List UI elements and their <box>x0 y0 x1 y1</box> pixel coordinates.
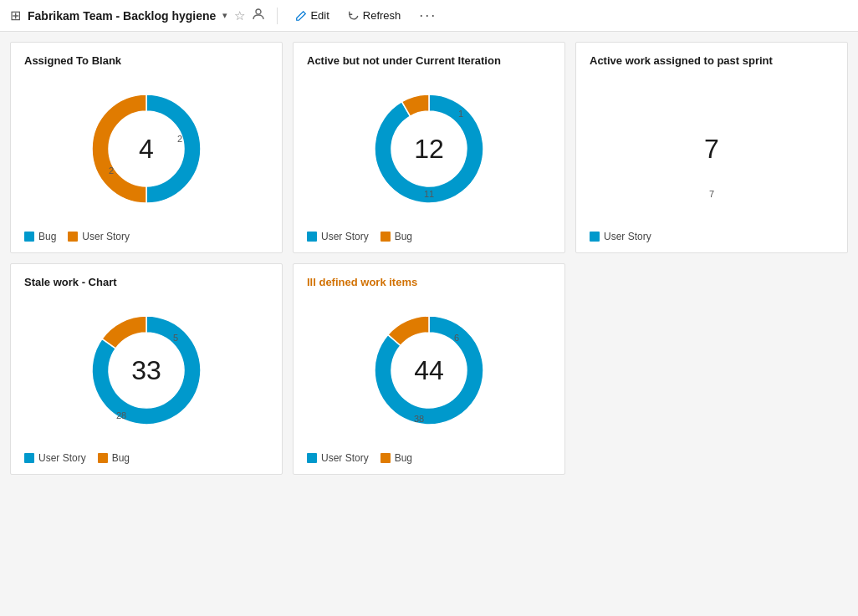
chart-area: 28533 <box>24 295 268 445</box>
chart-legend: User StoryBug <box>307 231 551 242</box>
legend-color <box>98 453 108 463</box>
legend-item: Bug <box>380 231 412 242</box>
refresh-icon <box>348 10 360 22</box>
chart-title: Active but not under Current Iteration <box>307 54 551 67</box>
chart-legend: User StoryBug <box>307 452 551 464</box>
edit-button[interactable]: Edit <box>289 7 335 24</box>
chart-area: 224 <box>24 74 268 224</box>
donut-chart: 38644 <box>362 303 496 437</box>
legend-item: User Story <box>24 452 86 464</box>
page-title: Fabrikam Team - Backlog hygiene <box>28 9 216 23</box>
topbar: ⊞ Fabrikam Team - Backlog hygiene ▾ ☆ Ed… <box>0 0 858 32</box>
grid-icon: ⊞ <box>10 8 21 23</box>
chart-legend: User StoryBug <box>24 452 268 464</box>
svg-text:11: 11 <box>424 189 434 199</box>
legend-label: User Story <box>321 452 369 464</box>
legend-color <box>307 453 317 463</box>
chart-legend: User Story <box>590 231 834 242</box>
chart-area: 77 <box>590 74 834 224</box>
legend-color <box>380 453 391 463</box>
legend-item: Bug <box>24 231 56 242</box>
chart-title: Active work assigned to past sprint <box>590 54 834 67</box>
legend-label: User Story <box>38 452 86 464</box>
chart-card-stale-work-chart: Stale work - Chart28533User StoryBug <box>10 263 283 475</box>
legend-color <box>24 232 34 242</box>
svg-text:7: 7 <box>709 189 714 199</box>
legend-color <box>590 232 600 242</box>
svg-text:2: 2 <box>177 134 182 144</box>
svg-text:38: 38 <box>414 414 424 424</box>
svg-text:1: 1 <box>458 109 463 119</box>
legend-item: Bug <box>380 452 412 464</box>
chart-area: 11112 <box>307 74 551 224</box>
donut-chart: 11112 <box>362 82 496 216</box>
svg-text:28: 28 <box>116 410 126 420</box>
chart-title: Assigned To Blank <box>24 54 268 67</box>
legend-label: User Story <box>604 231 651 242</box>
more-button[interactable]: ··· <box>413 4 442 27</box>
legend-label: User Story <box>82 231 130 242</box>
legend-color <box>307 232 317 242</box>
legend-item: User Story <box>307 452 369 464</box>
legend-label: User Story <box>321 231 369 242</box>
chart-card-active-not-current-iteration: Active but not under Current Iteration11… <box>293 42 565 253</box>
legend-item: User Story <box>68 231 130 242</box>
svg-text:5: 5 <box>173 333 178 343</box>
chart-area: 38644 <box>307 295 551 445</box>
chart-card-active-past-sprint: Active work assigned to past sprint77Use… <box>575 42 848 253</box>
edit-icon <box>295 10 307 22</box>
legend-color <box>380 232 391 242</box>
donut-chart: 224 <box>79 82 213 216</box>
star-icon[interactable]: ☆ <box>234 8 245 23</box>
dashboard: Assigned To Blank224BugUser StoryActive … <box>0 32 858 485</box>
refresh-button[interactable]: Refresh <box>342 7 407 24</box>
donut-chart: 77 <box>645 82 779 216</box>
legend-item: User Story <box>307 231 369 242</box>
chart-title: Ill defined work items <box>307 276 551 288</box>
legend-label: Bug <box>112 452 130 464</box>
legend-label: Bug <box>38 231 56 242</box>
legend-item: Bug <box>98 452 130 464</box>
legend-color <box>68 232 78 242</box>
legend-item: User Story <box>590 231 651 242</box>
chevron-down-icon[interactable]: ▾ <box>222 10 227 21</box>
person-icon[interactable] <box>252 8 265 23</box>
svg-text:2: 2 <box>109 165 114 176</box>
chart-title: Stale work - Chart <box>24 276 268 288</box>
chart-card-assigned-to-blank: Assigned To Blank224BugUser Story <box>10 42 283 253</box>
chart-card-ill-defined-work-items: Ill defined work items38644User StoryBug <box>293 263 565 475</box>
donut-chart: 28533 <box>79 303 213 437</box>
legend-label: Bug <box>395 231 412 242</box>
legend-color <box>24 453 34 463</box>
separator <box>277 8 278 24</box>
legend-label: Bug <box>395 452 412 464</box>
svg-text:6: 6 <box>454 333 459 343</box>
chart-legend: BugUser Story <box>24 231 268 242</box>
svg-point-0 <box>256 9 261 14</box>
